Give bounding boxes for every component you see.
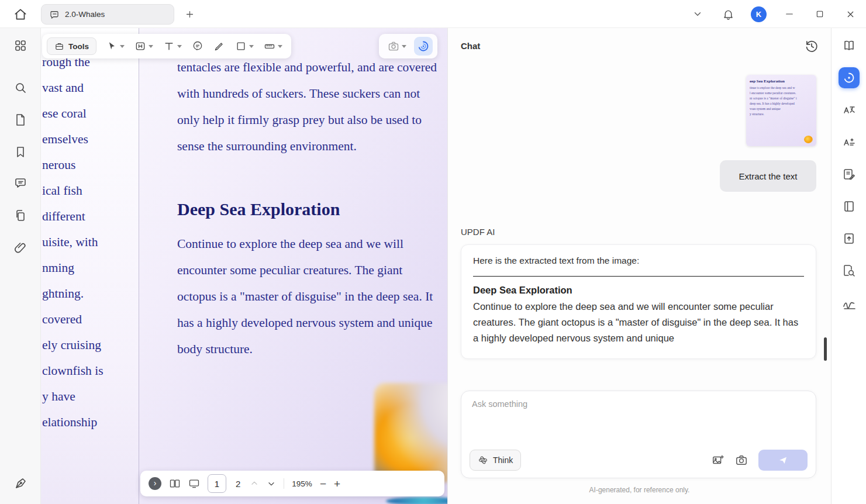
- minimize-button[interactable]: [782, 6, 797, 22]
- ai-response-intro: Here is the extracted text from the imag…: [473, 256, 804, 266]
- shape-tool-button[interactable]: [231, 37, 258, 56]
- attached-image-thumbnail[interactable]: eep Sea Exploration tinue to explore the…: [746, 75, 816, 146]
- tools-button[interactable]: Tools: [47, 37, 96, 55]
- camera-icon: [735, 454, 748, 467]
- chevron-down-icon: [402, 45, 406, 48]
- chat-input-actions: Think: [470, 450, 808, 471]
- minimize-icon: [784, 9, 795, 19]
- attachments-button[interactable]: [13, 241, 27, 255]
- page-organize-button[interactable]: [13, 209, 27, 223]
- thumbnail-line: nt octopus is a "master of disguise" i: [750, 96, 813, 101]
- text-fragment: emselves: [42, 126, 103, 152]
- comments-button[interactable]: [13, 176, 27, 190]
- text-fragment: uisite, with: [42, 229, 103, 255]
- form-fill-button[interactable]: [842, 167, 856, 181]
- document-text-block: tentacles are flexible and powerful, and…: [177, 54, 437, 363]
- text-fragment: nerous: [42, 152, 103, 178]
- note-pencil-icon: [842, 167, 856, 181]
- chat-scrollbar[interactable]: [824, 337, 827, 361]
- two-page-icon: [169, 478, 181, 489]
- page-layout-button[interactable]: [842, 199, 856, 213]
- think-toggle-button[interactable]: Think: [470, 450, 521, 471]
- zoom-level[interactable]: 195%: [292, 479, 312, 488]
- expand-controls-button[interactable]: ›: [149, 477, 161, 490]
- thumbnails-button[interactable]: [13, 113, 27, 127]
- screenshot-tool-button[interactable]: [384, 37, 410, 56]
- zoom-out-button[interactable]: −: [320, 478, 326, 489]
- chevron-down-icon: [149, 45, 153, 48]
- comment-icon: [13, 176, 27, 190]
- thumbnail-line: y structure.: [750, 112, 813, 117]
- ai-translate-button[interactable]: [842, 103, 856, 117]
- ai-rewrite-button[interactable]: [842, 135, 856, 149]
- chat-input-right-actions: [712, 450, 808, 471]
- send-button[interactable]: [758, 450, 808, 471]
- search-button[interactable]: [13, 81, 27, 95]
- current-page-input[interactable]: 1: [208, 474, 226, 493]
- text-fragment: y have: [42, 384, 103, 409]
- clipped-text-column: rough the vast and ese coral emselves ne…: [42, 49, 103, 435]
- pen-nib-icon: [13, 477, 27, 491]
- ai-swirl-icon: [418, 40, 429, 52]
- snapshot-tool-button[interactable]: [130, 37, 157, 56]
- screenshot-capture-button[interactable]: [735, 454, 748, 467]
- paperclip-icon: [13, 241, 27, 255]
- text-fragment: ghtning.: [42, 281, 103, 306]
- dropdown-chevron-button[interactable]: [690, 6, 705, 22]
- search-pages-button[interactable]: [842, 264, 856, 278]
- chat-input-card: Think: [461, 391, 816, 478]
- toolbox-icon: [54, 42, 64, 51]
- panels-menu-button[interactable]: [13, 39, 27, 53]
- document-tab[interactable]: 2.0-Whales: [41, 4, 174, 25]
- home-button[interactable]: [13, 7, 28, 22]
- titlebar-controls: K: [690, 0, 866, 28]
- annotation-toolbar: Tools: [42, 34, 291, 58]
- chat-input[interactable]: [472, 399, 799, 409]
- thumbnail-line: tinue to explore the deep sea and w: [750, 85, 813, 91]
- comment-tool-button[interactable]: [188, 37, 208, 56]
- zoom-in-button[interactable]: +: [334, 478, 340, 489]
- book-open-icon: [842, 39, 856, 53]
- document-paragraph: Continue to explore the deep sea and we …: [177, 231, 437, 363]
- close-icon: [846, 9, 855, 19]
- pen-tool-button[interactable]: [209, 37, 229, 56]
- document-viewer: rough the vast and ese coral emselves ne…: [41, 28, 447, 504]
- previous-page-button[interactable]: [250, 479, 259, 488]
- text-fragment: vast and: [42, 75, 103, 101]
- signature-button[interactable]: [842, 297, 856, 311]
- signature-icon: [842, 297, 857, 311]
- presentation-button[interactable]: [188, 478, 200, 489]
- insert-image-button[interactable]: [712, 454, 724, 467]
- next-page-button[interactable]: [267, 479, 276, 488]
- notifications-button[interactable]: [720, 6, 736, 22]
- square-shape-icon: [235, 40, 247, 52]
- page-icon: [13, 113, 27, 127]
- bookmarks-button[interactable]: [13, 145, 27, 159]
- new-tab-button[interactable]: [183, 8, 196, 20]
- pen-tool-button[interactable]: [13, 477, 27, 491]
- text-tool-button[interactable]: [159, 37, 186, 56]
- next-glyph: ›: [154, 479, 157, 487]
- chat-history-button[interactable]: [804, 39, 819, 54]
- chat-panel-title: Chat: [461, 41, 480, 51]
- chevron-down-icon: [249, 45, 254, 48]
- ai-assistant-tool-button[interactable]: [414, 37, 433, 56]
- ai-assistant-button[interactable]: [839, 67, 860, 88]
- maximize-button[interactable]: [812, 6, 827, 22]
- close-button[interactable]: [843, 6, 858, 22]
- bell-icon: [722, 8, 734, 20]
- document-photo: [374, 383, 447, 482]
- pages-icon: [13, 209, 27, 223]
- measure-tool-button[interactable]: [260, 37, 287, 56]
- two-page-view-button[interactable]: [169, 478, 181, 489]
- document-heading: Deep Sea Exploration: [177, 199, 437, 219]
- export-page-button[interactable]: [842, 232, 856, 246]
- text-fragment: ely cruising: [42, 332, 103, 358]
- select-tool-button[interactable]: [102, 37, 129, 56]
- home-icon: [13, 7, 28, 22]
- reader-mode-button[interactable]: [842, 39, 856, 53]
- document-paragraph: tentacles are flexible and powerful, and…: [177, 54, 437, 160]
- think-label: Think: [493, 455, 513, 465]
- book-spine-icon: [842, 199, 856, 213]
- user-avatar[interactable]: K: [751, 6, 767, 22]
